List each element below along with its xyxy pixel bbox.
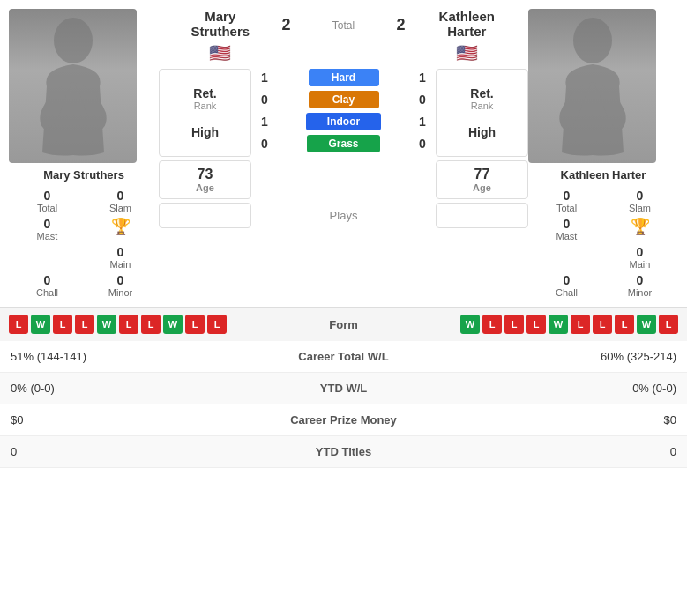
left-chall-block: 0 Chall <box>16 273 78 298</box>
right-player-area: Kathleen Harter 0 Total 0 Slam 0 Mast 🏆 <box>528 9 678 298</box>
form-badge-w: W <box>31 315 50 334</box>
surf-right-indoor: 1 <box>409 115 436 129</box>
right-mast-block: 0 Mast <box>535 217 598 241</box>
right-slam-lbl: Slam <box>629 203 651 213</box>
left-total-val: 0 <box>44 189 51 203</box>
surf-right-grass: 0 <box>409 137 436 151</box>
left-player-name: Mary Struthers <box>9 168 159 182</box>
surf-badge-wrap-clay: Clay <box>278 91 409 108</box>
left-ytd-wl: 0% (0-0) <box>0 373 241 404</box>
right-main-lbl: Main <box>630 259 651 270</box>
total-label: Total <box>332 19 355 32</box>
form-badge-l: L <box>9 315 28 334</box>
left-total-block: 0 Total <box>16 189 78 213</box>
left-slam-val: 0 <box>117 189 124 203</box>
surf-left-indoor: 1 <box>251 115 278 129</box>
right-main-block: 0 Main <box>609 245 671 270</box>
comparison-section: Mary Struthers 0 Total 0 Slam 0 Mast 🏆 <box>0 0 687 307</box>
left-plays-box <box>159 203 251 228</box>
right-total-val: 0 <box>564 189 571 203</box>
right-info-box: Ret. Rank High <box>436 69 528 157</box>
plays-label: Plays <box>251 209 436 222</box>
surf-badge-indoor: Indoor <box>306 113 381 130</box>
right-minor-block: 0 Minor <box>609 273 671 298</box>
surfaces-column: 1 Hard 1 0 Clay 0 1 Indoor 1 0 Grass 0 <box>251 69 436 157</box>
left-minor-lbl: Minor <box>108 287 133 298</box>
right-form-badges: WLLLWLLLWL <box>388 315 679 334</box>
career-wl-label: Career Total W/L <box>241 341 447 373</box>
age-plays-row: 73 Age 77 Age <box>159 160 528 199</box>
right-rank-val: Ret. <box>470 86 493 100</box>
left-plays-val <box>204 209 207 222</box>
form-badge-w: W <box>97 315 116 334</box>
stats-table: 51% (144-141) Career Total W/L 60% (325-… <box>0 341 687 468</box>
left-rank-lbl: Rank <box>194 100 217 111</box>
right-chall-lbl: Chall <box>556 287 578 298</box>
right-mast-val: 0 <box>564 217 571 231</box>
ytd-titles-row: 0 YTD Titles 0 <box>0 436 687 468</box>
surf-left-clay: 0 <box>251 93 278 107</box>
form-label: Form <box>300 318 388 331</box>
left-main-lbl: Main <box>110 259 131 270</box>
right-minor-val: 0 <box>637 273 644 287</box>
right-player-stats: 0 Total 0 Slam 0 Mast 🏆 0 Main <box>528 189 678 298</box>
surf-badge-wrap-grass: Grass <box>278 135 409 152</box>
center-plays-lbl <box>251 160 436 199</box>
left-name-display: MaryStruthers <box>159 9 282 39</box>
total-left-count: 2 <box>282 16 291 34</box>
right-total-lbl: Total <box>556 203 577 213</box>
form-section: LWLLWLLWLL Form WLLLWLLLWL <box>0 307 687 341</box>
surf-badge-clay: Clay <box>309 91 379 108</box>
left-name-center: MaryStruthers 🇺🇸 <box>159 9 282 63</box>
surface-row-clay: 0 Clay 0 <box>251 91 436 108</box>
left-trophy-icon: 🏆 <box>111 217 131 236</box>
names-total-row: MaryStruthers 🇺🇸 2 Total 2 KathleenHarte… <box>159 9 528 63</box>
form-badge-l: L <box>207 315 227 334</box>
left-player-photo <box>9 9 137 163</box>
right-age-box: 77 Age <box>436 160 528 199</box>
left-chall-val: 0 <box>44 273 51 287</box>
plays-row: Plays <box>159 203 528 228</box>
surf-badge-wrap-indoor: Indoor <box>278 113 409 130</box>
form-badge-l: L <box>141 315 161 334</box>
career-prize-label: Career Prize Money <box>241 404 447 436</box>
ytd-wl-row: 0% (0-0) YTD W/L 0% (0-0) <box>0 373 687 404</box>
surf-left-hard: 1 <box>251 71 278 85</box>
surfaces-container: 1 Hard 1 0 Clay 0 1 Indoor 1 0 Grass 0 <box>251 69 436 157</box>
surface-row-grass: 0 Grass 0 <box>251 135 436 152</box>
left-total-lbl: Total <box>37 203 57 213</box>
svg-point-0 <box>54 18 93 63</box>
form-badge-l: L <box>119 315 138 334</box>
left-trophy: 🏆 <box>89 217 152 241</box>
right-slam-val: 0 <box>637 189 644 203</box>
form-badge-l: L <box>75 315 94 334</box>
left-age-lbl: Age <box>165 182 245 193</box>
right-titles: 0 <box>446 436 687 468</box>
right-high-item: High <box>468 125 496 139</box>
left-mast-lbl: Mast <box>37 231 58 241</box>
right-minor-lbl: Minor <box>628 287 653 298</box>
right-main-val: 0 <box>637 245 644 259</box>
left-mast-val: 0 <box>44 217 51 231</box>
right-ytd-wl: 0% (0-0) <box>446 373 687 404</box>
form-badge-l: L <box>482 315 502 334</box>
left-age-val: 73 <box>165 167 245 182</box>
form-badge-w: W <box>163 315 183 334</box>
left-info-box: Ret. Rank High <box>159 69 251 157</box>
left-high-item: High <box>191 125 219 139</box>
left-flag: 🇺🇸 <box>159 42 282 63</box>
right-chall-block: 0 Chall <box>535 273 598 298</box>
form-badge-l: L <box>504 315 524 334</box>
left-rank-item: Ret. Rank <box>193 86 216 111</box>
right-prize: $0 <box>446 404 687 436</box>
left-prize: $0 <box>0 404 241 436</box>
right-plays-val <box>481 209 484 222</box>
form-badge-l: L <box>593 315 612 334</box>
total-center-block: 2 Total 2 <box>282 16 406 34</box>
right-age-lbl: Age <box>442 182 522 193</box>
right-mast-lbl: Mast <box>556 231 578 241</box>
right-chall-val: 0 <box>564 273 571 287</box>
ytd-titles-label: YTD Titles <box>241 436 447 468</box>
right-rank-item: Ret. Rank <box>470 86 493 111</box>
total-right-count: 2 <box>396 16 405 34</box>
